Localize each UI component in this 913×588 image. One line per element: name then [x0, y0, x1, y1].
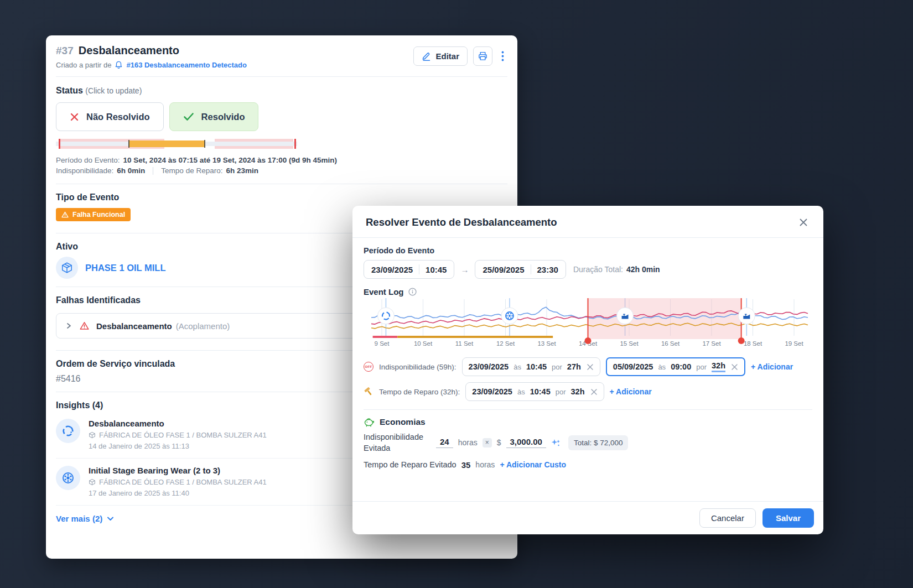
- entry-for-label: por: [696, 363, 707, 371]
- start-time-value[interactable]: 10:45: [426, 265, 447, 274]
- entry-at-label: às: [513, 363, 521, 371]
- x-tick-label: 13 Set: [537, 340, 556, 347]
- downtime-entry-focused[interactable]: 05/09/2025 às 09:00 por 32h: [606, 357, 745, 376]
- input-separator: [531, 264, 531, 274]
- event-id: #37: [56, 45, 74, 57]
- bearing-icon[interactable]: [501, 308, 518, 324]
- remove-entry-button[interactable]: [731, 363, 738, 371]
- entry-time[interactable]: 09:00: [671, 362, 691, 371]
- x-tick-label: 12 Set: [496, 340, 515, 347]
- info-icon[interactable]: [408, 288, 417, 296]
- hours-unit-label: horas: [475, 460, 495, 469]
- printer-icon: [478, 51, 488, 61]
- add-downtime-link[interactable]: + Adicionar: [751, 362, 793, 371]
- downtime-entry[interactable]: 23/09/2025 às 10:45 por 27h: [462, 357, 600, 376]
- avoided-downtime-row: Indisponibilidade Evitada 24 horas × $ 3…: [364, 431, 812, 454]
- avoided-repair-row: Tempo de Reparo Evitado 35 horas + Adici…: [364, 460, 812, 470]
- x-tick-label: 19 Set: [785, 340, 803, 347]
- timeline-start-marker: [59, 139, 60, 149]
- save-button[interactable]: Salvar: [762, 508, 814, 528]
- repair-label: Tempo de Reparo:: [161, 166, 222, 175]
- check-mark-icon: [183, 112, 194, 122]
- insight-title: Desbalanceamento: [89, 419, 267, 428]
- entry-time[interactable]: 10:45: [530, 387, 551, 396]
- x-mark-icon: [70, 112, 79, 122]
- event-timeline-bar[interactable]: [56, 139, 297, 149]
- oil-can-icon[interactable]: [738, 308, 755, 324]
- ai-sparkle-icon[interactable]: [551, 438, 561, 447]
- asset-avatar: [56, 257, 78, 279]
- edit-button-label: Editar: [435, 51, 459, 61]
- modal-title: Resolver Evento de Desbalanceamento: [366, 216, 557, 228]
- modal-period-label: Período do Evento: [364, 246, 812, 255]
- close-modal-button[interactable]: [797, 216, 810, 229]
- repair-row: Tempo de Reparo (32h): 23/09/2025 às 10:…: [364, 382, 812, 401]
- entry-date[interactable]: 05/09/2025: [613, 362, 653, 371]
- unbalance-icon: [61, 424, 75, 438]
- savings-section-header: Economias: [364, 417, 812, 428]
- status-resolved-button[interactable]: Resolvido: [169, 102, 259, 131]
- created-from-link[interactable]: #163 Desbalanceamento Detectado: [126, 61, 246, 69]
- insight-avatar: [56, 419, 80, 443]
- remove-entry-button[interactable]: [587, 363, 594, 371]
- created-from-label: Criado a partir de: [56, 61, 111, 69]
- timeline-end-marker: [294, 139, 296, 149]
- event-type-label: Tipo de Evento: [56, 192, 507, 202]
- entry-duration[interactable]: 27h: [567, 362, 581, 371]
- hourly-cost-input[interactable]: 3,000.00: [506, 437, 546, 448]
- asset-cube-icon: [61, 262, 73, 274]
- duration-label: Duração Total:: [573, 265, 623, 274]
- print-button[interactable]: [473, 46, 492, 66]
- insight-datetime: 17 de Janeiro de 2025 às 11:40: [89, 489, 267, 497]
- avoided-repair-hours[interactable]: 35: [461, 460, 471, 470]
- entry-for-label: por: [552, 363, 562, 371]
- period-label: Período do Evento:: [56, 156, 120, 164]
- start-date-value[interactable]: 23/09/2025: [371, 265, 413, 274]
- downtime-row: OFF Indisponibilidade (59h): 23/09/2025 …: [364, 357, 812, 376]
- modal-divider: [364, 409, 812, 410]
- event-type-badge[interactable]: Falha Funcional: [56, 208, 131, 221]
- insight-avatar: [56, 466, 80, 490]
- end-time-value[interactable]: 23:30: [537, 265, 558, 274]
- arrow-right-icon: →: [460, 265, 469, 274]
- oil-can-icon[interactable]: [617, 308, 634, 324]
- avoided-downtime-hours-input[interactable]: 24: [436, 437, 453, 448]
- unbalance-icon[interactable]: [377, 308, 394, 324]
- status-section: Status (Click to update) Não Resolvido R…: [56, 86, 507, 175]
- more-options-button[interactable]: [498, 49, 507, 64]
- x-tick-label: 10 Set: [414, 340, 432, 347]
- entry-duration[interactable]: 32h: [571, 387, 585, 396]
- downtime-off-icon: OFF: [364, 362, 374, 372]
- remove-entry-button[interactable]: [590, 388, 598, 396]
- red-warning-triangle-icon: [80, 321, 89, 330]
- repair-entry[interactable]: 23/09/2025 às 10:45 por 32h: [465, 382, 604, 401]
- add-cost-link[interactable]: + Adicionar Custo: [500, 460, 566, 469]
- event-log-chart[interactable]: 9 Set10 Set11 Set12 Set13 Set14 Set15 Se…: [364, 298, 812, 351]
- input-separator: [419, 264, 419, 274]
- section-divider: [56, 184, 507, 184]
- repair-value: 6h 23min: [226, 166, 258, 175]
- pencil-icon: [422, 51, 431, 61]
- resolved-label: Resolvido: [201, 112, 245, 122]
- avoided-downtime-label: Indisponibilidade Evitada: [364, 431, 431, 454]
- end-datetime-input[interactable]: 25/09/2025 23:30: [475, 260, 566, 279]
- entry-duration-editing[interactable]: 32h: [712, 361, 725, 372]
- savings-label: Economias: [380, 417, 426, 427]
- downtime-row-label: Indisponibilidade (59h):: [379, 363, 456, 371]
- x-tick-label: 15 Set: [620, 340, 638, 347]
- period-value: 10 Set, 2024 às 07:15 até 19 Set, 2024 à…: [123, 156, 338, 164]
- bearing-icon: [61, 471, 75, 485]
- status-not-resolved-button[interactable]: Não Resolvido: [56, 102, 164, 131]
- downtime-value: 6h 0min: [117, 166, 145, 175]
- end-date-value[interactable]: 25/09/2025: [483, 265, 524, 274]
- warning-triangle-icon: [61, 211, 69, 218]
- edit-button[interactable]: Editar: [413, 46, 468, 66]
- entry-date[interactable]: 23/09/2025: [469, 362, 509, 371]
- cancel-button[interactable]: Cancelar: [699, 508, 756, 528]
- entry-date[interactable]: 23/09/2025: [472, 387, 512, 396]
- status-hint: (Click to update): [85, 86, 142, 95]
- add-repair-link[interactable]: + Adicionar: [610, 387, 652, 396]
- entry-time[interactable]: 10:45: [526, 362, 547, 371]
- start-datetime-input[interactable]: 23/09/2025 10:45: [364, 260, 454, 279]
- avoided-repair-label: Tempo de Reparo Evitado: [364, 460, 456, 469]
